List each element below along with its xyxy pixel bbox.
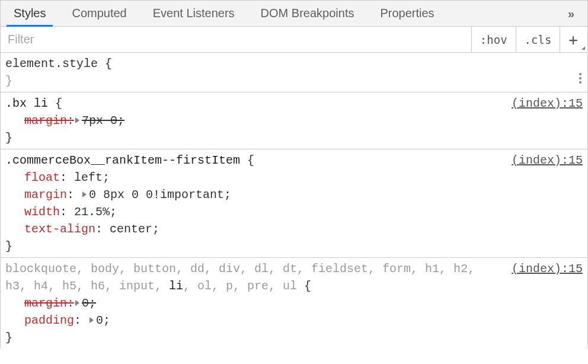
toggle-cls-button[interactable]: .cls [516,27,560,52]
tab-dom-breakpoints[interactable]: DOM Breakpoints [248,1,368,26]
close-brace: } [5,129,583,146]
new-style-rule-button[interactable]: + [560,27,587,52]
chevron-double-right-icon: » [568,8,571,20]
selector-part-match: li [169,279,183,293]
plus-icon: + [568,31,578,49]
tab-computed[interactable]: Computed [59,1,139,26]
css-value: 0 8px 0 0!important [89,188,224,202]
tab-styles[interactable]: Styles [1,1,59,26]
sidebar-tabs: Styles Computed Event Listeners DOM Brea… [1,1,587,27]
close-brace: } [5,329,583,346]
css-property: margin [24,114,67,127]
open-brace: { [240,154,254,167]
declaration-margin[interactable]: margin:0; [5,295,583,312]
expand-triangle-icon[interactable] [75,300,79,306]
selector: .bx li [5,97,48,110]
declaration-margin[interactable]: margin:7px 0; [5,112,583,129]
styles-filter-input[interactable] [1,27,471,52]
css-value: 0 [82,296,89,310]
source-link[interactable]: (index):15 [512,260,583,277]
source-link[interactable]: (index):15 [512,95,583,112]
toggle-hov-button[interactable]: :hov [471,27,516,52]
open-brace: { [297,279,311,293]
close-brace: } [5,238,583,255]
tab-properties[interactable]: Properties [367,1,447,26]
css-property: width [24,205,60,219]
declaration-width[interactable]: width: 21.5%; [5,203,583,221]
styles-panel: Styles Computed Event Listeners DOM Brea… [0,0,588,349]
selector: .commerceBox__rankItem--firstItem [5,154,240,167]
expand-triangle-icon[interactable] [82,191,87,197]
open-brace: { [98,57,112,71]
styles-filter-bar: :hov .cls + [1,27,587,53]
close-brace: } [5,72,583,90]
css-value: left [74,171,103,184]
declaration-text-align[interactable]: text-align: center; [5,221,583,238]
css-value: 0 [96,314,103,327]
rule-element-style[interactable]: element.style { } [1,53,587,92]
css-property: margin [24,188,67,202]
css-value: 21.5% [74,205,110,219]
declaration-float[interactable]: float: left; [5,169,583,186]
rule-bx-li[interactable]: (index):15 .bx li { margin:7px 0; } [1,92,587,149]
tab-label: Properties [380,7,434,20]
open-brace: { [48,97,62,110]
tab-event-listeners[interactable]: Event Listeners [140,1,248,26]
css-property: float [24,171,60,184]
hov-label: :hov [480,33,507,46]
tab-label: DOM Breakpoints [261,7,354,20]
tabs-overflow-button[interactable]: » [556,8,583,20]
expand-triangle-icon[interactable] [90,317,94,323]
declaration-padding[interactable]: padding: 0; [5,312,583,329]
expand-triangle-icon[interactable] [75,117,79,123]
tab-label: Computed [72,7,126,20]
more-vert-icon[interactable] [579,73,581,84]
tab-label: Event Listeners [153,7,235,20]
css-property: text-align [24,222,95,236]
tab-label: Styles [14,7,46,20]
selector-part-dim: , ol, p, pre, ul [183,279,297,293]
source-link[interactable]: (index):15 [512,152,583,169]
css-value: center [110,222,152,236]
rule-reset[interactable]: (index):15 blockquote, body, button, dd,… [1,258,587,349]
cls-label: .cls [525,33,552,46]
rule-commerce-first-item[interactable]: (index):15 .commerceBox__rankItem--first… [1,149,587,258]
css-property: margin [24,296,67,310]
css-value: 7px 0 [82,114,117,127]
selector: element.style [5,57,98,71]
css-property: padding [24,314,74,327]
declaration-margin[interactable]: margin: 0 8px 0 0!important; [5,186,583,203]
